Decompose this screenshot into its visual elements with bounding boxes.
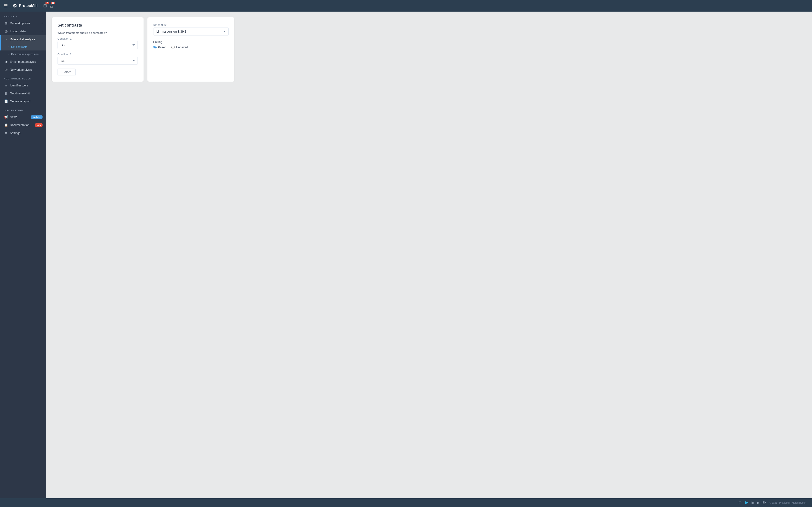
select-button[interactable]: Select [57,68,75,76]
windmill-icon: ⚙ [12,3,17,9]
sidebar-item-documentation[interactable]: 📋 Documentation New [0,121,46,129]
hamburger-button[interactable]: ☰ [4,3,8,8]
sidebar-item-enrichment[interactable]: ◉ Enrichment analysis ‹ [0,58,46,66]
sidebar-label-report: Generate report [10,100,31,103]
condition1-label: Condition 1 [57,37,138,40]
doc-badge: New [35,123,43,127]
sidebar-item-inspect-data[interactable]: ◎ Inspect data ‹ [0,27,46,35]
sidebar-item-set-contrasts[interactable]: › Set contrasts [0,43,46,50]
paired-option[interactable]: Paired [153,46,166,49]
sidebar-label-dataset: Dataset options [10,22,30,25]
sidebar-item-goodness[interactable]: ▦ Goodness-of-fit [0,89,46,97]
menu-icon: ☰ [4,3,8,8]
sidebar-label-goodness: Goodness-of-fit [10,92,30,95]
radio-group: Paired Unpaired [153,46,229,49]
chevron-icon2: ‹ [42,30,43,33]
sidebar-label-identifier: Identifier tools [10,84,28,87]
report-icon: 📄 [4,100,8,103]
panel-subtitle: Which treatments should be compared? [57,32,138,34]
chevron-icon4: ‹ [42,60,43,63]
pairing-section: Pairing Paired Unpaired [153,40,229,49]
header-actions: ⊞ 7 △ 32 [43,3,53,8]
grid-icon: ⊞ [4,21,8,25]
sidebar-item-diff-expression[interactable]: › Differential expression [0,50,46,58]
chevron-icon3: ‹ [42,38,43,41]
condition1-select[interactable]: B3 B1 B2 [57,41,138,49]
sidebar-item-settings[interactable]: ≡ Settings [0,129,46,137]
condition2-label: Condition 2 [57,53,138,56]
set-contrasts-panel: Set contrasts Which treatments should be… [52,17,144,81]
sidebar-label-settings: Settings [10,131,20,135]
sub-chevron-icon: › [8,46,9,48]
condition1-group: Condition 1 B3 B1 B2 [57,37,138,49]
settings-icon: ≡ [4,131,8,135]
app-logo: ⚙ ProteoMill [12,3,38,9]
at-icon[interactable]: @ [762,501,766,505]
main-layout: ANALYSIS ⊞ Dataset options ‹ ◎ Inspect d… [0,12,812,498]
table-icon-button[interactable]: ⊞ 7 [43,3,47,8]
chevron-icon5: ‹ [42,68,43,71]
unpaired-label: Unpaired [176,46,188,49]
sidebar-item-dataset-options[interactable]: ⊞ Dataset options ‹ [0,19,46,27]
content-panels: Set contrasts Which treatments should be… [52,17,250,81]
sidebar-label-network: Network analysis [10,68,32,71]
alert-icon-button[interactable]: △ 32 [50,3,53,8]
unpaired-radio[interactable] [171,46,175,49]
sidebar-item-identifier[interactable]: △ Identifier tools [0,81,46,89]
enrichment-icon: ◉ [4,60,8,63]
twitter-icon[interactable]: 🐦 [744,501,749,505]
sub-chevron-icon2: › [8,53,9,55]
condition2-group: Condition 2 B1 B2 B3 [57,53,138,65]
sidebar-item-differential-analysis[interactable]: › Differential analysis ‹ [0,35,46,43]
github-icon[interactable]: ⬡ [739,501,742,505]
pairing-label: Pairing [153,40,229,44]
engine-select[interactable]: Limma version 3.39.1 [153,27,229,36]
main-content: Set contrasts Which treatments should be… [46,12,812,498]
panel-title: Set contrasts [57,23,138,27]
engine-label: Set engine [153,23,229,26]
engine-panel: Set engine Limma version 3.39.1 Pairing … [147,17,235,81]
paired-label: Paired [158,46,166,49]
sidebar: ANALYSIS ⊞ Dataset options ‹ ◎ Inspect d… [0,12,46,498]
doc-icon: 📋 [4,123,8,127]
sidebar-label-diff-analysis: Differential analysis [10,38,35,41]
alert-badge: 32 [51,2,55,4]
sidebar-item-report[interactable]: 📄 Generate report [0,97,46,105]
unpaired-option[interactable]: Unpaired [171,46,188,49]
chart-icon: ▦ [4,92,8,95]
inspect-icon: ◎ [4,30,8,33]
app-footer: ⬡ 🐦 in ▶ @ © 2021 · ProteoMill | Martin … [0,498,812,507]
linkedin-icon[interactable]: in [751,501,754,505]
news-badge: Updates [31,115,43,119]
network-icon: ◎ [4,68,8,71]
app-header: ☰ ⚙ ProteoMill ⊞ 7 △ 32 [0,0,812,12]
paired-radio[interactable] [153,46,157,49]
sidebar-label-set-contrasts: Set contrasts [11,45,27,48]
youtube-icon[interactable]: ▶ [757,501,760,505]
diff-analysis-icon: › [4,38,8,41]
sidebar-label-inspect: Inspect data [10,30,26,33]
condition2-select[interactable]: B1 B2 B3 [57,57,138,65]
section-info-label: INFORMATION [0,105,46,113]
app-name: ProteoMill [19,4,38,8]
section-analysis-label: ANALYSIS [0,12,46,19]
sidebar-label-diff-expression: Differential expression [11,53,39,56]
sidebar-label-news: News [10,115,17,119]
table-badge: 7 [45,2,49,4]
footer-social-icons: ⬡ 🐦 in ▶ @ [739,501,766,505]
chevron-icon: ‹ [42,22,43,24]
sidebar-item-network[interactable]: ◎ Network analysis ‹ [0,66,46,74]
sidebar-label-enrichment: Enrichment analysis [10,60,36,63]
identifier-icon: △ [4,83,8,87]
sidebar-label-doc: Documentation [10,123,30,127]
footer-copyright: © 2021 · ProteoMill | Martin Rydén [769,501,806,504]
news-icon: 📢 [4,115,8,119]
sidebar-item-news[interactable]: 📢 News Updates [0,113,46,121]
section-tools-label: ADDITIONAL TOOLS [0,74,46,81]
